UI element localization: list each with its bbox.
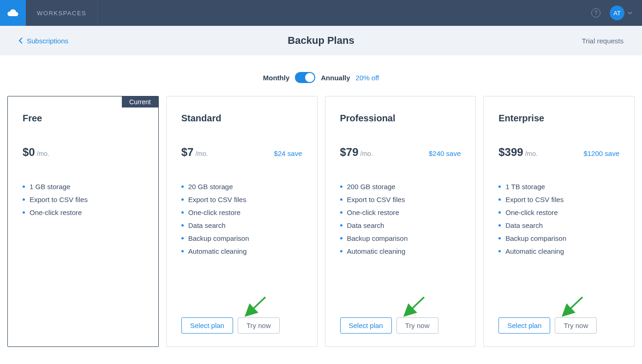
feature-item: One-click restore (498, 209, 619, 216)
per-month-label: /mo. (37, 150, 49, 157)
feature-item: Backup comparison (340, 234, 461, 242)
feature-list: 200 GB storageExport to CSV filesOne-cli… (340, 183, 461, 260)
avatar-initials: AT (613, 10, 621, 17)
back-link-subscriptions[interactable]: Subscriptions (18, 37, 68, 45)
plan-name: Professional (340, 113, 461, 124)
price-row: $79/mo.$240 save (340, 146, 461, 159)
feature-label: 20 GB storage (188, 183, 233, 191)
select-plan-button[interactable]: Select plan (340, 317, 392, 334)
try-now-button[interactable]: Try now (396, 317, 438, 334)
bullet-icon (340, 250, 342, 252)
plan-save-amount: $1200 save (583, 149, 619, 157)
bullet-icon (340, 224, 342, 227)
user-menu[interactable]: AT (610, 6, 633, 20)
select-plan-button[interactable]: Select plan (498, 317, 550, 334)
bullet-icon (498, 224, 501, 227)
per-month-label: /mo. (525, 150, 538, 157)
feature-label: Data search (505, 221, 543, 229)
plan-card-standard: Standard$7/mo.$24 save20 GB storageExpor… (166, 96, 318, 347)
price-row: $399/mo.$1200 save (498, 146, 619, 159)
feature-label: One-click restore (505, 209, 558, 216)
per-month-label: /mo. (195, 150, 208, 157)
nav-tab-workspaces[interactable]: WORKSPACES (26, 0, 98, 26)
bullet-icon (340, 185, 342, 188)
discount-badge: 20% off (356, 74, 379, 82)
bullet-icon (498, 198, 501, 201)
try-now-button[interactable]: Try now (238, 317, 280, 334)
feature-label: Export to CSV files (505, 196, 564, 203)
bullet-icon (498, 237, 501, 239)
sub-header: Subscriptions Backup Plans Trial request… (0, 26, 642, 55)
billing-toggle-row: Monthly Annually 20% off (0, 55, 642, 96)
feature-item: Export to CSV files (340, 196, 461, 203)
feature-label: 1 TB storage (505, 183, 545, 191)
feature-label: Data search (347, 221, 384, 229)
billing-monthly-label: Monthly (263, 74, 290, 82)
plan-price: $79 (340, 146, 359, 158)
feature-label: Automatic cleaning (505, 247, 564, 255)
cloud-icon (7, 9, 19, 17)
plan-price: $399 (498, 146, 523, 158)
nav-tab-label: WORKSPACES (37, 10, 86, 17)
feature-item: 20 GB storage (181, 183, 302, 191)
bullet-icon (340, 211, 342, 214)
plan-price: $0 (23, 146, 35, 158)
feature-item: Automatic cleaning (498, 247, 619, 255)
bullet-icon (181, 198, 184, 201)
feature-label: Export to CSV files (347, 196, 405, 203)
chevron-left-icon (18, 37, 23, 44)
price-row: $0/mo. (23, 146, 144, 159)
bullet-icon (181, 250, 184, 252)
feature-label: One-click restore (30, 209, 82, 216)
feature-label: Backup comparison (188, 234, 249, 242)
bullet-icon (23, 211, 25, 214)
plan-name: Standard (181, 113, 302, 124)
bullet-icon (340, 198, 342, 201)
feature-label: 1 GB storage (30, 183, 70, 191)
feature-label: Backup comparison (347, 234, 408, 242)
help-icon[interactable]: ? (591, 8, 600, 18)
feature-item: 200 GB storage (340, 183, 461, 191)
app-logo[interactable] (0, 0, 26, 26)
feature-list: 20 GB storageExport to CSV filesOne-clic… (181, 183, 302, 260)
bullet-icon (181, 185, 184, 188)
feature-item: 1 TB storage (498, 183, 619, 191)
feature-label: One-click restore (188, 209, 240, 216)
card-actions: Select planTry now (498, 317, 619, 334)
bullet-icon (181, 237, 184, 239)
feature-item: 1 GB storage (23, 183, 144, 191)
trial-requests-link[interactable]: Trial requests (582, 37, 624, 45)
feature-item: Data search (181, 221, 302, 229)
feature-label: 200 GB storage (347, 183, 396, 191)
feature-label: Automatic cleaning (188, 247, 247, 255)
bullet-icon (340, 237, 342, 239)
svg-line-0 (247, 297, 265, 315)
current-tag: Current (122, 96, 158, 107)
feature-item: Backup comparison (181, 234, 302, 242)
page-title: Backup Plans (288, 35, 354, 47)
feature-label: Backup comparison (505, 234, 566, 242)
feature-list: 1 GB storageExport to CSV filesOne-click… (23, 183, 144, 221)
feature-item: One-click restore (181, 209, 302, 216)
price-row: $7/mo.$24 save (181, 146, 302, 159)
card-actions: Select planTry now (340, 317, 461, 334)
feature-item: Data search (498, 221, 619, 229)
svg-line-2 (564, 297, 582, 315)
plan-name: Free (23, 113, 144, 124)
feature-item: One-click restore (340, 209, 461, 216)
feature-list: 1 TB storageExport to CSV filesOne-click… (498, 183, 619, 260)
per-month-label: /mo. (360, 150, 373, 157)
avatar: AT (610, 6, 624, 20)
bullet-icon (23, 185, 25, 188)
bullet-icon (181, 224, 184, 227)
plan-save-amount: $240 save (429, 149, 461, 157)
select-plan-button[interactable]: Select plan (181, 317, 233, 334)
plan-name: Enterprise (498, 113, 619, 124)
feature-item: Backup comparison (498, 234, 619, 242)
trial-requests-label: Trial requests (582, 37, 624, 45)
annotation-arrow-icon (400, 295, 428, 318)
billing-annually-label: Annually (321, 74, 350, 82)
try-now-button[interactable]: Try now (555, 317, 597, 334)
feature-label: Data search (188, 221, 226, 229)
billing-toggle[interactable] (295, 72, 315, 83)
